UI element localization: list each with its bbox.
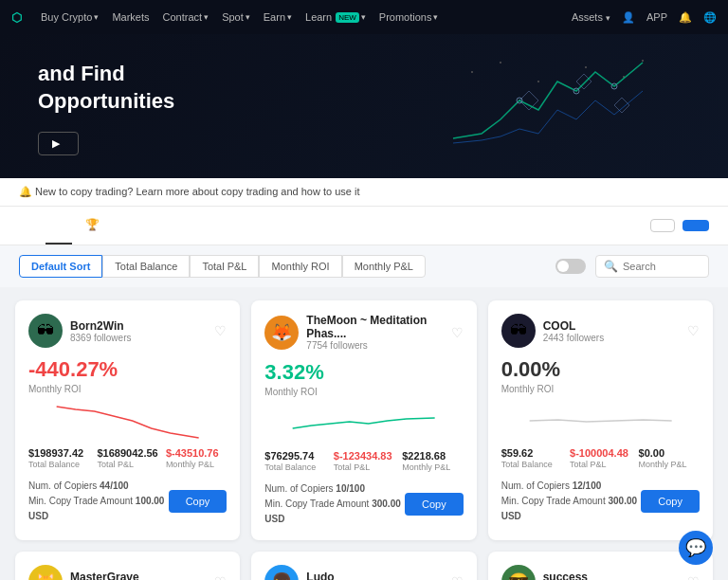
card-footer: Num. of Copiers 44/100 Min. Copy Trade A… <box>28 479 227 524</box>
avatar: 🕶 <box>28 314 63 348</box>
apply-top-trader-button[interactable] <box>650 219 675 232</box>
stats-row: $76295.74 Total Balance $-123434.83 Tota… <box>264 450 463 472</box>
favorite-icon[interactable]: ♡ <box>214 574 227 580</box>
avatar: 👦 <box>264 565 299 580</box>
avatar: 🦊 <box>264 316 299 350</box>
notice-bar: 🔔 New to copy trading? Learn more about … <box>0 178 728 207</box>
sort-total-balance[interactable]: Total Balance <box>102 255 190 278</box>
stat-value: $-100004.48 <box>570 447 630 459</box>
roi-label: Monthly ROI <box>501 384 700 394</box>
stat-value: $198937.42 <box>28 447 89 459</box>
tab-leaderboard[interactable]: 🏆 <box>72 207 118 245</box>
stat-label: Total P&L <box>334 462 394 472</box>
sort-monthly-pnl[interactable]: Monthly P&L <box>342 255 426 278</box>
nav-earn[interactable]: Earn ▾ <box>264 11 292 23</box>
copy-button-born2win[interactable]: Copy <box>169 490 228 513</box>
stat-item: $0.00 Monthly P&L <box>639 447 700 469</box>
svg-point-1 <box>500 62 501 63</box>
card-header: 🕶 COOL 2443 followers ♡ <box>501 314 700 348</box>
roi-label: Monthly ROI <box>264 387 463 397</box>
card-header: 🦊 TheMoon ~ Meditation Phas.... 7754 fol… <box>264 314 463 351</box>
card-header: 👦 Ludo 1004 followers ♡ <box>264 565 463 580</box>
copiers-info: Num. of Copiers 10/100 Min. Copy Trade A… <box>264 481 405 527</box>
copy-button-themoon[interactable]: Copy <box>405 493 464 516</box>
search-box: 🔍 <box>595 255 709 278</box>
language-icon[interactable]: 🌐 <box>703 11 717 24</box>
sort-right: 🔍 <box>546 255 709 278</box>
trader-followers: 2443 followers <box>543 333 604 343</box>
nav-learn[interactable]: Learn NEW ▾ <box>305 11 366 23</box>
stat-label: Monthly P&L <box>402 462 463 472</box>
stat-item: $2218.68 Monthly P&L <box>402 450 463 472</box>
user-icon[interactable]: 👤 <box>622 11 635 24</box>
nav-items: Buy Crypto ▾ Markets Contract ▾ Spot ▾ E… <box>41 11 572 23</box>
nav-contract[interactable]: Contract ▾ <box>163 11 209 23</box>
card-footer: Num. of Copiers 12/100 Min. Copy Trade A… <box>501 479 700 524</box>
chat-bubble[interactable]: 💬 <box>679 531 713 565</box>
my-copy-trade-button[interactable] <box>682 220 709 231</box>
mini-chart <box>264 405 463 443</box>
trader-info: 🦊 TheMoon ~ Meditation Phas.... 7754 fol… <box>264 314 450 351</box>
sort-bar: Default Sort Total Balance Total P&L Mon… <box>0 245 728 287</box>
search-input[interactable] <box>623 261 708 272</box>
svg-point-3 <box>585 66 587 68</box>
trader-name: Ludo <box>306 571 367 580</box>
sort-total-pnl[interactable]: Total P&L <box>190 255 259 278</box>
sort-pills: Default Sort Total Balance Total P&L Mon… <box>19 255 426 278</box>
roi-value: -440.27% <box>28 357 227 382</box>
tab-actions <box>650 219 709 232</box>
stats-row: $59.62 Total Balance $-100004.48 Total P… <box>501 447 700 469</box>
nav-buy-crypto[interactable]: Buy Crypto ▾ <box>41 11 99 23</box>
logo[interactable]: ⬡ <box>11 10 26 25</box>
bell-icon[interactable]: 🔔 <box>679 11 692 24</box>
stat-value: $-43510.76 <box>166 447 227 459</box>
svg-marker-7 <box>576 74 592 89</box>
tab-bar: 🏆 <box>0 207 728 245</box>
sort-default[interactable]: Default Sort <box>19 255 102 278</box>
assets-button[interactable]: Assets ▾ <box>572 11 610 23</box>
tab-following[interactable] <box>19 207 46 245</box>
mini-chart <box>28 402 227 440</box>
tab-recommended[interactable] <box>46 207 72 245</box>
stat-label: Total P&L <box>97 460 157 469</box>
copy-button-cool[interactable]: Copy <box>641 490 700 513</box>
favorite-icon[interactable]: ♡ <box>451 574 464 580</box>
app-label[interactable]: APP <box>646 11 667 23</box>
trader-name: success <box>543 571 604 580</box>
trader-info: 🕶 Born2Win 8369 followers <box>28 314 131 348</box>
right-nav-items: Assets ▾ 👤 APP 🔔 🌐 <box>572 11 717 24</box>
stat-item: $59.62 Total Balance <box>501 447 562 469</box>
hide-full-toggle[interactable] <box>555 259 586 274</box>
stat-value: $2218.68 <box>402 450 463 462</box>
stat-value: $76295.74 <box>264 450 325 462</box>
roi-value: 3.32% <box>264 360 463 385</box>
trader-info: 🐱 MasterGrave 6361 followers <box>28 565 139 580</box>
nav-markets[interactable]: Markets <box>112 11 149 23</box>
nav-spot[interactable]: Spot ▾ <box>222 11 250 23</box>
stat-item: $198937.42 Total Balance <box>28 447 89 469</box>
card-header: 😎 success 1229 followers ♡ <box>501 565 700 580</box>
tutorial-button[interactable]: ▶ <box>38 132 79 155</box>
favorite-icon[interactable]: ♡ <box>687 574 700 580</box>
trader-name: Born2Win <box>70 319 131 333</box>
trader-card-success: 😎 success 1229 followers ♡ 4.76% Monthly… <box>488 552 713 580</box>
roi-value: 0.00% <box>501 357 700 382</box>
navbar: ⬡ Buy Crypto ▾ Markets Contract ▾ Spot ▾… <box>0 0 728 34</box>
trader-followers: 7754 followers <box>306 340 450 351</box>
stat-item: $1689042.56 Total P&L <box>97 447 157 469</box>
avatar: 🐱 <box>28 565 63 580</box>
nav-promotions[interactable]: Promotions ▾ <box>379 11 439 23</box>
mini-chart <box>501 402 700 440</box>
favorite-icon[interactable]: ♡ <box>687 323 700 338</box>
svg-marker-8 <box>614 98 629 113</box>
notice-text: 🔔 New to copy trading? Learn more about … <box>19 186 360 198</box>
play-icon: ▶ <box>52 137 60 150</box>
sort-monthly-roi[interactable]: Monthly ROI <box>259 255 341 278</box>
trader-followers: 8369 followers <box>70 333 131 343</box>
roi-label: Monthly ROI <box>28 384 227 394</box>
copiers-info: Num. of Copiers 12/100 Min. Copy Trade A… <box>501 479 642 524</box>
svg-point-5 <box>642 60 644 62</box>
stat-label: Monthly P&L <box>166 460 227 469</box>
favorite-icon[interactable]: ♡ <box>451 325 464 340</box>
favorite-icon[interactable]: ♡ <box>214 323 227 338</box>
